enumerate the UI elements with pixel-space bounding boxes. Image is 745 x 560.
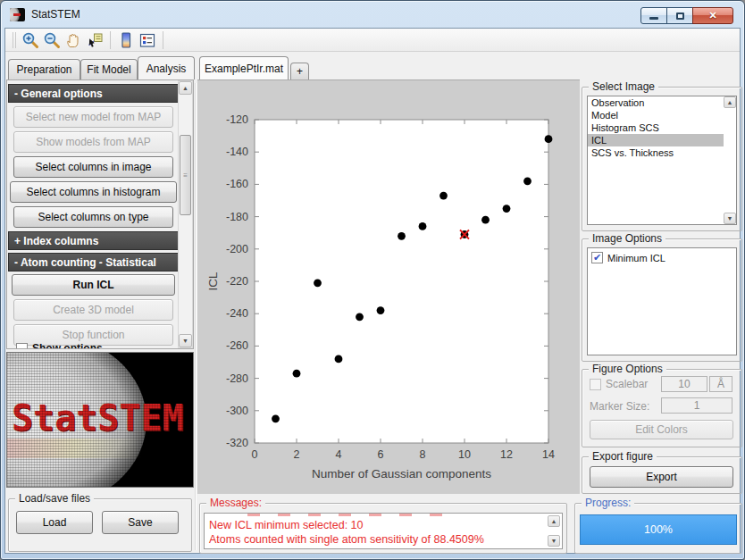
legend-button[interactable] [137,29,158,50]
show-options-label: Show options [32,342,103,349]
select-image-scrollbar[interactable]: ▲ ▼ [724,96,736,224]
save-button[interactable]: Save [102,511,179,534]
edit-colors-button[interactable]: Edit Colors [590,420,733,439]
scroll-down-icon[interactable]: ▼ [179,334,192,347]
show-options-row[interactable]: Show options [16,342,103,349]
minimum-icl-label: Minimum ICL [607,253,665,263]
run-icl-button[interactable]: Run ICL [12,274,175,296]
select-image-listbox[interactable]: Observation Model Histogram SCS ICL SCS … [587,96,737,225]
messages-group: Messages: New ICL minimum selected: 10 A… [199,503,567,554]
colorbar-button[interactable] [115,29,137,50]
svg-text:12: 12 [500,448,513,461]
svg-text:-260: -260 [226,339,248,352]
list-item-observation[interactable]: Observation [588,96,736,109]
svg-text:-160: -160 [226,178,248,190]
new-tab-button[interactable]: + [290,63,309,79]
load-save-title: Load/save files [15,492,94,505]
svg-text:-140: -140 [226,146,248,158]
figure-options-title: Figure Options [589,363,666,375]
panel-splitter[interactable] [195,83,196,550]
scalebar-checkbox[interactable] [590,379,601,390]
svg-text:8: 8 [420,448,426,461]
messages-box[interactable]: New ICL minimum selected: 10 Atoms count… [204,513,563,549]
close-button[interactable]: ✕ [692,7,733,24]
section-general-options[interactable]: - General options [8,84,179,103]
show-models-button[interactable]: Show models from MAP [13,131,173,153]
scalebar-row[interactable]: Scalebar [590,378,648,390]
svg-text:-200: -200 [226,243,248,255]
zoom-in-icon [21,31,39,49]
tab-fit-model[interactable]: Fit Model [80,59,138,79]
select-columns-type-button[interactable]: Select columns on type [13,206,173,228]
data-cursor-button[interactable] [84,29,105,50]
app-icon [10,8,25,21]
load-button[interactable]: Load [16,511,93,534]
zoom-in-button[interactable] [20,29,41,50]
statstem-window: StatSTEM ✕ [0,0,745,560]
load-save-group: Load/save files Load Save [8,498,192,552]
create-3d-model-button[interactable]: Create 3D model [13,299,173,321]
tab-example-file[interactable]: ExamplePtIr.mat [199,56,289,79]
colorbar-icon [117,31,135,49]
figure-options-group: Figure Options Scalebar Å Marker Size: E… [582,369,742,447]
clipped-message-line [205,514,562,518]
list-item-scs-thickness[interactable]: SCS vs. Thickness [588,146,736,159]
select-columns-histogram-button[interactable]: Select columns in histogram [10,181,177,203]
icl-scatter-chart[interactable]: 02468101214-320-300-280-260-240-220-200-… [197,80,580,495]
svg-text:-180: -180 [226,211,248,223]
svg-text:14: 14 [542,448,555,461]
scalebar-label: Scalebar [606,378,648,390]
svg-text:10: 10 [458,448,471,461]
pan-button[interactable] [63,29,84,50]
image-options-box: ✔ Minimum ICL [587,247,737,355]
export-figure-title: Export figure [589,450,657,463]
messages-scroll-down[interactable]: ▼ [548,535,560,547]
toolbar-separator [110,31,111,49]
tab-analysis[interactable]: Analysis [138,56,195,79]
scroll-up-icon[interactable]: ▲ [179,81,192,95]
list-item-icl[interactable]: ICL [588,134,736,146]
svg-text:-240: -240 [226,307,248,320]
list-item-histogram-scs[interactable]: Histogram SCS [588,121,736,134]
select-image-title: Select Image [589,80,658,93]
plot-area: 02468101214-320-300-280-260-240-220-200-… [197,79,580,494]
progress-title: Progress: [582,497,634,509]
restore-button[interactable] [666,7,693,24]
options-scrollbar[interactable]: ▲ ≡ ▼ [178,80,193,348]
list-item-model[interactable]: Model [588,109,736,121]
select-new-model-button[interactable]: Select new model from MAP [13,106,173,128]
pan-hand-icon [64,31,82,49]
svg-text:ICL: ICL [206,272,220,291]
minimum-icl-row[interactable]: ✔ Minimum ICL [591,252,665,263]
scrollbar-thumb[interactable]: ≡ [180,135,191,215]
marker-size-label: Marker Size: [590,400,649,413]
message-line: New ICL minimum selected: 10 [205,518,562,532]
show-options-checkbox[interactable] [16,343,28,350]
title-bar[interactable]: StatSTEM ✕ [1,1,744,28]
analysis-options-panel: - General options Select new model from … [6,79,194,349]
minimum-icl-checkbox[interactable]: ✔ [591,252,603,263]
messages-scroll-up[interactable]: ▲ [548,515,560,527]
scroll-up-icon[interactable]: ▲ [724,96,736,108]
section-atom-counting[interactable]: - Atom counting - Statistical [8,253,179,272]
progress-group: Progress: 100% [574,503,742,554]
tab-preparation[interactable]: Preparation [8,59,80,79]
scalebar-value-field[interactable] [661,376,707,392]
marker-size-field[interactable] [661,397,732,414]
section-index-columns[interactable]: + Index columns [8,231,179,250]
select-columns-image-button[interactable]: Select columns in image [13,156,173,178]
scroll-down-icon[interactable]: ▼ [724,213,736,224]
zoom-out-icon [43,31,61,49]
messages-title: Messages: [206,497,265,509]
zoom-out-button[interactable] [41,29,63,50]
data-cursor-icon [86,31,104,49]
export-button[interactable]: Export [590,466,733,488]
toolbar-grip[interactable] [13,32,16,48]
window-title: StatSTEM [31,8,80,21]
svg-text:-320: -320 [226,437,248,449]
scalebar-unit-label: Å [709,376,732,392]
image-options-title: Image Options [589,232,665,245]
export-figure-group: Export figure Export [582,456,742,494]
svg-text:-120: -120 [226,113,248,126]
minimize-button[interactable] [640,7,667,24]
